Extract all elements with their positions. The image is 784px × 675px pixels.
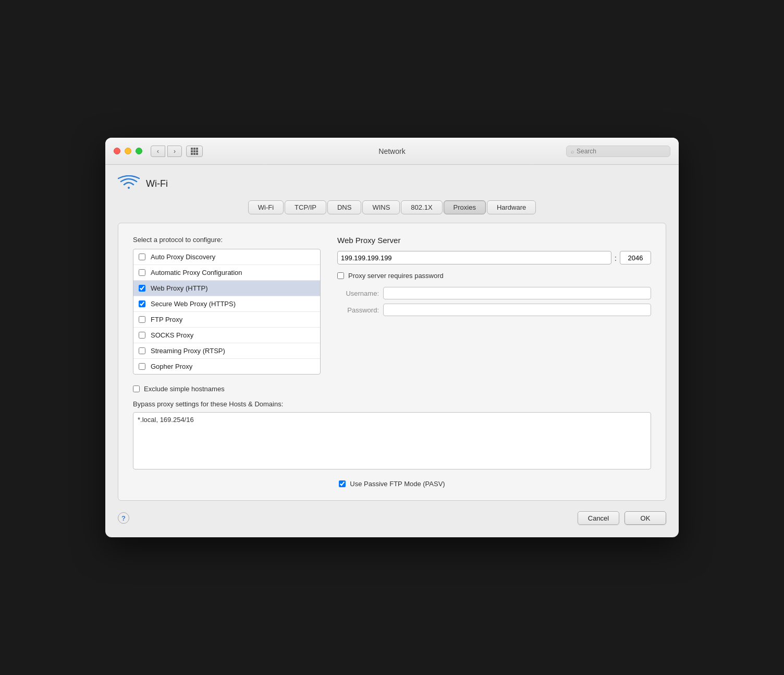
cancel-button[interactable]: Cancel [578, 511, 619, 525]
checkbox-gopher[interactable] [139, 363, 145, 370]
checkbox-streaming[interactable] [139, 347, 145, 354]
protocol-item-socks[interactable]: SOCKS Proxy [133, 328, 320, 343]
ok-button[interactable]: OK [624, 511, 666, 525]
grid-button[interactable] [186, 146, 203, 157]
traffic-lights [114, 148, 142, 154]
main-window: ‹ › Network ⌕ [105, 138, 679, 537]
panel-layout: Select a protocol to configure: Auto Pro… [133, 236, 651, 375]
tab-proxies[interactable]: Proxies [444, 200, 486, 214]
maximize-button[interactable] [136, 148, 142, 154]
back-button[interactable]: ‹ [151, 146, 165, 157]
tab-wifi[interactable]: Wi-Fi [248, 200, 284, 214]
protocol-label-auto-config: Automatic Proxy Configuration [151, 269, 242, 276]
proxy-server-title: Web Proxy Server [337, 236, 651, 245]
nav-buttons: ‹ › [151, 146, 182, 157]
pasv-checkbox[interactable] [339, 480, 346, 487]
main-panel: Select a protocol to configure: Auto Pro… [118, 223, 666, 501]
footer: ? Cancel OK [118, 511, 666, 525]
protocol-item-streaming[interactable]: Streaming Proxy (RTSP) [133, 343, 320, 359]
protocol-label-gopher: Gopher Proxy [151, 363, 192, 370]
requires-password-row: Proxy server requires password [337, 272, 651, 280]
exclude-label: Exclude simple hostnames [144, 385, 225, 393]
password-input[interactable] [383, 304, 651, 316]
protocol-label-ftp: FTP Proxy [151, 316, 182, 323]
protocol-label-socks: SOCKS Proxy [151, 331, 193, 339]
wifi-label: Wi-Fi [146, 178, 168, 189]
tab-hardware[interactable]: Hardware [487, 200, 536, 214]
help-button[interactable]: ? [118, 512, 129, 524]
pasv-label: Use Passive FTP Mode (PASV) [350, 480, 445, 488]
left-column: Select a protocol to configure: Auto Pro… [133, 236, 321, 375]
wifi-icon [118, 175, 140, 192]
exclude-checkbox[interactable] [133, 385, 140, 392]
checkbox-web-http[interactable] [139, 285, 145, 292]
wifi-header: Wi-Fi [118, 175, 666, 192]
tab-dot1x[interactable]: 802.1X [401, 200, 442, 214]
server-input-row: : [337, 251, 651, 264]
exclude-row: Exclude simple hostnames [133, 385, 651, 393]
requires-password-checkbox[interactable] [337, 272, 344, 279]
checkbox-auto-config[interactable] [139, 269, 145, 276]
bypass-textarea[interactable] [133, 412, 651, 469]
pasv-row: Use Passive FTP Mode (PASV) [133, 480, 651, 488]
search-icon: ⌕ [571, 148, 574, 154]
minimize-button[interactable] [125, 148, 131, 154]
protocol-item-gopher[interactable]: Gopher Proxy [133, 359, 320, 374]
username-label: Username: [337, 290, 379, 297]
forward-button[interactable]: › [167, 146, 182, 157]
protocol-label-web-http: Web Proxy (HTTP) [151, 284, 208, 292]
username-input[interactable] [383, 287, 651, 299]
tab-tcpip[interactable]: TCP/IP [285, 200, 326, 214]
bottom-section: Exclude simple hostnames Bypass proxy se… [133, 385, 651, 472]
protocol-label-auto-discovery: Auto Proxy Discovery [151, 253, 215, 261]
tabs-bar: Wi-Fi TCP/IP DNS WINS 802.1X Proxies Har… [118, 200, 666, 214]
checkbox-socks[interactable] [139, 332, 145, 339]
bypass-label: Bypass proxy settings for these Hosts & … [133, 400, 651, 408]
checkbox-auto-discovery[interactable] [139, 254, 145, 260]
window-body: Wi-Fi Wi-Fi TCP/IP DNS WINS 802.1X Proxi… [105, 165, 679, 537]
search-input[interactable] [577, 148, 666, 155]
close-button[interactable] [114, 148, 120, 154]
checkbox-secure-https[interactable] [139, 300, 145, 307]
right-column: Web Proxy Server : Proxy server requires… [337, 236, 651, 375]
protocol-label-streaming: Streaming Proxy (RTSP) [151, 347, 225, 355]
titlebar: ‹ › Network ⌕ [105, 138, 679, 165]
port-input[interactable] [620, 251, 651, 264]
protocol-item-auto-discovery[interactable]: Auto Proxy Discovery [133, 249, 320, 265]
server-host-input[interactable] [337, 251, 611, 264]
search-box[interactable]: ⌕ [566, 146, 670, 157]
protocol-item-auto-config[interactable]: Automatic Proxy Configuration [133, 265, 320, 281]
password-row: Password: [337, 304, 651, 316]
protocol-list: Auto Proxy Discovery Automatic Proxy Con… [133, 249, 321, 375]
tab-wins[interactable]: WINS [362, 200, 400, 214]
colon-separator: : [615, 254, 617, 262]
protocol-item-secure-https[interactable]: Secure Web Proxy (HTTPS) [133, 296, 320, 312]
tab-dns[interactable]: DNS [327, 200, 361, 214]
protocol-label-secure-https: Secure Web Proxy (HTTPS) [151, 300, 236, 308]
requires-password-label: Proxy server requires password [348, 272, 444, 280]
protocol-item-ftp[interactable]: FTP Proxy [133, 312, 320, 328]
proxy-server-section: Web Proxy Server : Proxy server requires… [337, 236, 651, 316]
protocol-item-web-http[interactable]: Web Proxy (HTTP) [133, 281, 320, 296]
password-field-label: Password: [337, 306, 379, 314]
window-title: Network [378, 147, 405, 155]
username-row: Username: [337, 287, 651, 299]
protocol-section-label: Select a protocol to configure: [133, 236, 321, 244]
grid-icon [191, 148, 198, 155]
checkbox-ftp[interactable] [139, 316, 145, 323]
